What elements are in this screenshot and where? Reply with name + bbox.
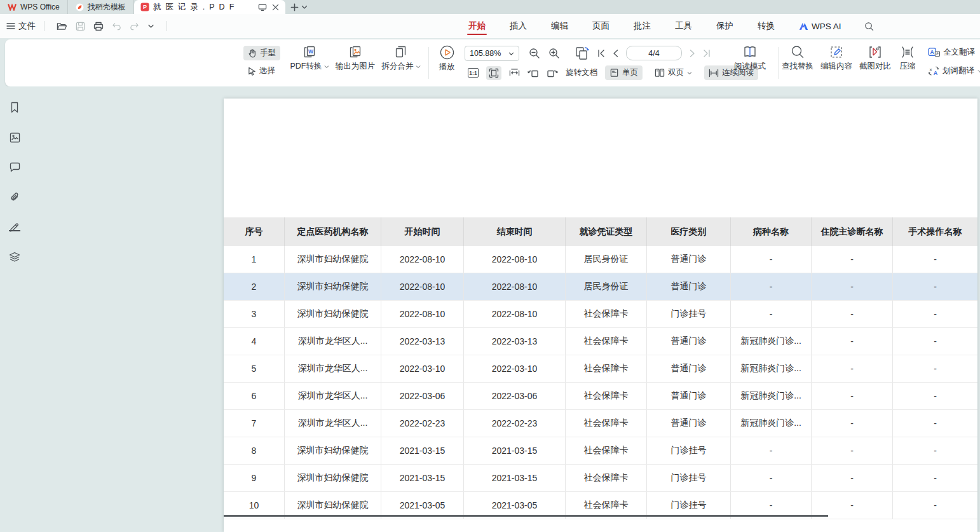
edit-content-label: 编辑内容 (820, 61, 852, 72)
fit-page-button[interactable] (486, 66, 501, 80)
double-page-label: 双页 (668, 67, 684, 78)
file-menu-button[interactable]: 文件 (6, 20, 36, 32)
tab-comment[interactable]: 批注 (632, 15, 652, 38)
hand-icon (248, 49, 257, 58)
print-icon[interactable] (93, 22, 104, 31)
tab-insert[interactable]: 插入 (508, 15, 528, 38)
open-file-icon[interactable] (57, 22, 67, 31)
wps-ai-button[interactable]: WPS AI (798, 16, 843, 37)
signature-underline (9, 230, 20, 231)
rotate-left-icon[interactable] (527, 68, 539, 78)
table-cell: 社会保障卡 (566, 328, 647, 355)
split-merge-button[interactable]: 拆分合并 (380, 45, 422, 72)
tab-tools[interactable]: 工具 (674, 15, 693, 38)
column-header: 开始时间 (381, 217, 464, 246)
table-cell: 2021-03-15 (464, 437, 566, 464)
fit-width-icon[interactable] (509, 68, 520, 78)
reading-mode-label: 阅读模式 (734, 61, 766, 72)
first-page-icon[interactable] (597, 50, 605, 57)
single-page-label: 单页 (622, 67, 638, 78)
tab-list-chevron-icon[interactable] (301, 4, 308, 10)
divider (428, 47, 429, 79)
table-cell: 2022-08-10 (464, 301, 566, 327)
edit-content-button[interactable]: 编辑内容 (818, 45, 855, 72)
table-cell: 2022-03-13 (464, 328, 566, 355)
last-page-icon[interactable] (703, 50, 711, 57)
screenshot-compare-button[interactable]: 截图对比 (857, 45, 894, 72)
zoom-out-icon[interactable] (529, 48, 540, 59)
play-button[interactable]: 播放 (436, 45, 458, 72)
table-cell: 7 (224, 410, 285, 437)
tab-page[interactable]: 页面 (591, 15, 611, 38)
reading-mode-button[interactable]: 阅读模式 (732, 45, 768, 72)
file-menu-label: 文件 (18, 20, 36, 32)
table-row: 3深圳市妇幼保健院2022-08-102022-08-10社会保障卡门诊挂号--… (224, 301, 977, 328)
word-translate-button[interactable]: xA 划词翻译 (928, 65, 980, 76)
select-tool-button[interactable]: 选择 (243, 64, 280, 78)
double-page-button[interactable]: 双页 (650, 65, 697, 80)
screenshot-compare-label: 截图对比 (859, 61, 891, 72)
table-cell: 社会保障卡 (566, 355, 647, 382)
tab-medical-record-pdf[interactable]: P 就医记录.PDF (134, 0, 285, 14)
find-replace-button[interactable]: 查找替换 (779, 45, 816, 72)
monitor-icon[interactable] (258, 3, 267, 11)
layers-icon[interactable] (8, 250, 22, 264)
hand-tool-label: 手型 (260, 48, 276, 58)
prev-page-icon[interactable] (613, 50, 618, 57)
table-cell: - (812, 383, 893, 409)
hand-tool-button[interactable]: 手型 (243, 46, 280, 60)
rotate-right-icon[interactable] (547, 68, 558, 78)
close-tab-icon[interactable] (272, 4, 279, 11)
table-cell: 1 (224, 246, 285, 273)
tab-edit[interactable]: 编辑 (550, 15, 569, 38)
table-cell: 2022-03-13 (381, 328, 464, 355)
play-label: 播放 (439, 62, 455, 72)
zoom-level-select[interactable]: 105.88% (465, 46, 519, 61)
export-image-button[interactable]: 输出为图片 (333, 45, 378, 72)
rotate-doc-label[interactable]: 旋转文档 (566, 67, 597, 78)
single-page-button[interactable]: 单页 (605, 65, 643, 80)
signature-icon[interactable] (8, 220, 22, 234)
tab-convert[interactable]: 转换 (756, 15, 776, 38)
table-cell: - (812, 437, 893, 464)
wps-logo-icon (8, 3, 17, 11)
save-icon[interactable] (76, 22, 85, 31)
table-cell: 深圳市龙华区人... (285, 383, 381, 409)
table-body: 1深圳市妇幼保健院2022-08-102022-08-10居民身份证普通门诊--… (224, 246, 977, 519)
table-cell: 普通门诊 (647, 410, 731, 437)
undo-icon[interactable] (112, 22, 121, 31)
table-cell: - (893, 273, 977, 300)
full-translate-button[interactable]: A 全文翻译 (928, 47, 975, 58)
export-image-icon (348, 45, 362, 59)
swap-pages-icon[interactable] (575, 46, 590, 60)
actual-size-icon[interactable]: 1:1 (468, 68, 479, 78)
page-number-input[interactable]: 4/4 (626, 46, 682, 60)
table-cell: 门诊挂号 (647, 301, 731, 327)
tab-wps-office[interactable]: WPS Office (0, 0, 68, 14)
bookmark-icon[interactable] (8, 100, 22, 114)
table-cell: 深圳市妇幼保健院 (285, 273, 381, 300)
new-tab-button[interactable] (290, 3, 299, 11)
next-page-icon[interactable] (690, 50, 695, 57)
tab-home[interactable]: 开始 (467, 15, 487, 38)
redo-icon[interactable] (130, 22, 139, 31)
pdf-convert-button[interactable]: W PDF转换 (289, 45, 330, 72)
attachment-icon[interactable] (8, 190, 22, 204)
tab-docer-templates[interactable]: 找稻壳模板 (68, 0, 134, 14)
docer-icon (76, 3, 84, 11)
thumbnail-icon[interactable] (8, 130, 22, 144)
quickbar-chevron-icon[interactable] (147, 24, 154, 29)
medical-records-table: 序号定点医药机构名称开始时间结束时间就诊凭证类型医疗类别病种名称住院主诊断名称手… (224, 217, 977, 519)
tab-protect[interactable]: 保护 (715, 15, 735, 38)
compress-button[interactable]: 压缩 (895, 45, 920, 72)
table-cell: 2022-03-06 (464, 383, 566, 409)
menubar-search-icon[interactable] (864, 22, 874, 31)
tab-label: WPS Office (20, 3, 60, 11)
comment-icon[interactable] (8, 160, 22, 174)
table-cell: - (893, 437, 977, 464)
wps-ai-logo-icon (799, 22, 808, 31)
zoom-in-icon[interactable] (548, 48, 560, 59)
table-cell: 深圳市龙华区人... (285, 355, 381, 382)
table-cell: 8 (224, 437, 285, 464)
table-cell: 2021-03-15 (381, 437, 464, 464)
